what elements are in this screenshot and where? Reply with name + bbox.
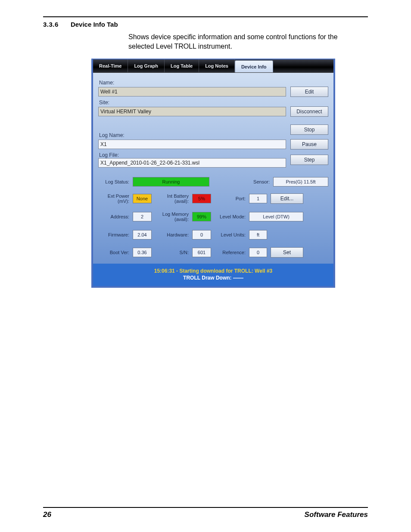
tab-log-table[interactable]: Log Table [165, 59, 199, 72]
section-number: 3.3.6 [43, 21, 59, 28]
tab-device-info[interactable]: Device Info [235, 60, 273, 72]
int-battery-label: Int Battery (avail): [155, 193, 189, 204]
boot-ver-value: 0.36 [133, 248, 152, 257]
int-battery-value: 5% [192, 194, 211, 203]
step-button[interactable]: Step [290, 155, 328, 165]
reference-label: Reference: [215, 250, 246, 255]
log-name-field[interactable]: X1 [98, 140, 286, 149]
pause-button[interactable]: Pause [290, 139, 328, 149]
level-units-label: Level Units: [215, 232, 246, 237]
status-footer-line2: TROLL Draw Down: —— [97, 275, 330, 281]
log-status-value: Running [133, 177, 209, 187]
site-label: Site: [99, 100, 328, 106]
hardware-label: Hardware: [155, 232, 189, 237]
section-body: Shows device specific information and so… [128, 32, 339, 51]
level-units-value: ft [249, 230, 267, 240]
log-file-field[interactable]: X1_Append_2010-01-26_22-06-21-331.wsl [98, 158, 286, 168]
name-label: Name: [99, 80, 328, 86]
name-field[interactable]: Well #1 [98, 87, 286, 96]
disconnect-button[interactable]: Disconnect [290, 106, 328, 117]
site-field[interactable]: Virtual HERMIT Valley [98, 107, 286, 116]
port-value: 1 [249, 194, 267, 203]
level-mode-label: Level Mode: [215, 214, 246, 219]
log-memory-label: Log Memory (avail): [155, 212, 189, 222]
address-label: Address: [98, 214, 129, 219]
device-info-window: Real-Time Log Graph Log Table Log Notes … [91, 59, 335, 287]
tab-log-graph[interactable]: Log Graph [128, 59, 165, 72]
set-button[interactable]: Set [271, 247, 303, 258]
tab-strip: Real-Time Log Graph Log Table Log Notes … [93, 59, 333, 73]
footer-title: Software Features [305, 510, 368, 519]
log-status-label: Log Status: [98, 179, 129, 184]
page-number: 26 [43, 510, 51, 519]
hardware-value: 0 [192, 230, 211, 240]
stop-button[interactable]: Stop [290, 124, 328, 135]
port-label: Port: [215, 196, 246, 201]
firmware-value: 2.04 [133, 230, 152, 240]
tab-log-notes[interactable]: Log Notes [199, 59, 235, 72]
sn-value: 601 [192, 248, 211, 257]
sensor-label: Sensor: [239, 179, 270, 184]
edit-port-button[interactable]: Edit... [271, 193, 303, 204]
status-footer-line1: 15:06:31 - Starting download for TROLL: … [97, 268, 330, 274]
sensor-value: Pres(G) 11.5ft [273, 177, 328, 187]
ext-power-value: None [133, 194, 152, 203]
section-title: Device Info Tab [71, 21, 118, 28]
ext-power-label: Ext Power (mV): [98, 193, 129, 204]
address-value: 2 [133, 212, 152, 221]
boot-ver-label: Boot Ver: [98, 250, 129, 255]
edit-button[interactable]: Edit [290, 87, 328, 97]
status-footer: 15:06:31 - Starting download for TROLL: … [93, 264, 333, 286]
tab-real-time[interactable]: Real-Time [93, 59, 128, 72]
firmware-label: Firmware: [98, 232, 129, 237]
reference-value[interactable]: 0 [249, 248, 267, 257]
log-memory-value: 99% [192, 212, 211, 221]
level-mode-value: Level (DTW) [249, 212, 303, 221]
sn-label: S/N: [155, 250, 189, 255]
